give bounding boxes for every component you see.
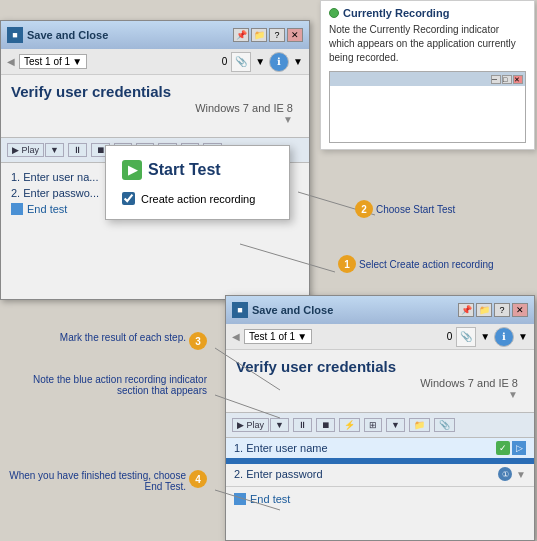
second-end-test-row: End test [226, 489, 534, 509]
second-more-1[interactable]: ⚡ [339, 418, 360, 432]
second-close-button[interactable]: ✕ [512, 303, 528, 317]
folder-button[interactable]: 📁 [251, 28, 267, 42]
chevron-icon: ▼ [11, 114, 299, 125]
second-pause[interactable]: ⏸ [293, 418, 312, 432]
callout-1-text: Select Create action recording [359, 259, 494, 270]
attach-button[interactable]: 📎 [231, 52, 251, 72]
start-icon: ▶ [122, 160, 142, 180]
step-1-flag[interactable]: ▷ [512, 441, 526, 455]
second-titlebar: ■ Save and Close 📌 📁 ? ✕ [226, 296, 534, 324]
second-end-icon [234, 493, 246, 505]
step-1-check[interactable]: ✓ [496, 441, 510, 455]
page-subtitle: Windows 7 and IE 8 [11, 102, 299, 114]
info-button[interactable]: ℹ [269, 52, 289, 72]
second-subtitle: Windows 7 and IE 8 [236, 377, 524, 389]
second-dropdown-icon: ▼ [297, 331, 307, 342]
second-play-button[interactable]: ▶ Play [232, 418, 269, 432]
preview-titlebar: ─ □ ✕ [330, 72, 525, 86]
second-nav-left[interactable]: ◀ [232, 331, 240, 342]
second-window-controls: 📌 📁 ? ✕ [458, 303, 528, 317]
callout-3-container: Mark the result of each step. 3 [0, 332, 215, 350]
callout-5-text: Note the blue action recording indicator… [0, 374, 207, 396]
main-titlebar: ■ Save and Close 📌 📁 ? ✕ [1, 21, 309, 49]
second-play-toolbar: ▶ Play ▼ ⏸ ⏹ ⚡ ⊞ ▼ 📁 📎 [226, 412, 534, 438]
callout-4-number: 4 [189, 470, 207, 488]
callout-3: Mark the result of each step. 3 [0, 332, 215, 350]
second-help-button[interactable]: ? [494, 303, 510, 317]
step-2-num[interactable]: ① [498, 467, 512, 481]
second-step-2: 2. Enter password ① ▼ [226, 464, 534, 484]
second-pin-button[interactable]: 📌 [458, 303, 474, 317]
preview-minimize: ─ [491, 75, 501, 84]
callout-4: When you have finished testing, choose E… [0, 470, 215, 492]
second-more-5[interactable]: 📎 [434, 418, 455, 432]
second-page-title: Verify user credentials [236, 358, 524, 375]
start-test-title: ▶ Start Test [122, 160, 273, 180]
end-test-icon [11, 203, 23, 215]
test-selector[interactable]: Test 1 of 1 ▼ [19, 54, 87, 69]
callout-1: 1 Select Create action recording [338, 255, 494, 273]
step-1-actions: ✓ ▷ [496, 441, 526, 455]
second-step-1: 1. Enter user name ✓ ▷ [226, 438, 534, 458]
dropdown-icon: ▼ [72, 56, 82, 67]
close-button[interactable]: ✕ [287, 28, 303, 42]
help-button[interactable]: ? [269, 28, 285, 42]
play-controls: ▶ Play ▼ [7, 143, 64, 157]
callout-3-number: 3 [189, 332, 207, 350]
create-recording-checkbox[interactable] [122, 192, 135, 205]
divider [226, 486, 534, 487]
callout-2: 2 Choose Start Test [355, 200, 455, 218]
main-window-title: Save and Close [27, 29, 229, 41]
recording-dot [329, 8, 339, 18]
second-toolbar: ◀ Test 1 of 1 ▼ 0 📎 ▼ ℹ ▼ [226, 324, 534, 350]
toolbar-right: 0 📎 ▼ ℹ ▼ [222, 52, 303, 72]
callout-4-text: When you have finished testing, choose E… [0, 470, 186, 492]
recording-header: Currently Recording [329, 7, 526, 19]
pin-button[interactable]: 📌 [233, 28, 249, 42]
second-folder-button[interactable]: 📁 [476, 303, 492, 317]
pause-button[interactable]: ⏸ [68, 143, 87, 157]
page-title: Verify user credentials [11, 83, 299, 100]
callout-3-text: Mark the result of each step. [60, 332, 186, 343]
recording-indicator: Currently Recording Note the Currently R… [320, 0, 535, 150]
second-end-test-label[interactable]: End test [250, 493, 290, 505]
second-dropdown-2: ▼ [480, 331, 490, 342]
second-window-title: Save and Close [252, 304, 454, 316]
callout-2-text: Choose Start Test [376, 204, 455, 215]
end-test-label[interactable]: End test [27, 203, 67, 215]
step-2-indicator: ① [498, 467, 512, 481]
nav-left-icon[interactable]: ◀ [7, 56, 15, 67]
second-attach[interactable]: 📎 [456, 327, 476, 347]
second-more-4[interactable]: 📁 [409, 418, 430, 432]
recording-preview: ─ □ ✕ [329, 71, 526, 143]
callout-5: Note the blue action recording indicator… [0, 374, 215, 396]
callout-4-container: When you have finished testing, choose E… [0, 470, 215, 492]
dropdown-icon-3: ▼ [293, 56, 303, 67]
recording-note: Note the Currently Recording indicator w… [329, 23, 526, 65]
create-recording-row: Create action recording [122, 192, 273, 205]
window-controls: 📌 📁 ? ✕ [233, 28, 303, 42]
callout-5-container: Note the blue action recording indicator… [0, 374, 215, 396]
second-more-2[interactable]: ⊞ [364, 418, 382, 432]
second-more-3[interactable]: ▼ [386, 418, 405, 432]
preview-close: ✕ [513, 75, 523, 84]
second-window: ■ Save and Close 📌 📁 ? ✕ ◀ Test 1 of 1 ▼… [225, 295, 535, 541]
second-chevron: ▼ [236, 389, 524, 400]
main-content: Verify user credentials Windows 7 and IE… [1, 75, 309, 133]
second-window-icon: ■ [232, 302, 248, 318]
second-stop[interactable]: ⏹ [316, 418, 335, 432]
play-button[interactable]: ▶ Play [7, 143, 44, 157]
second-play-dropdown[interactable]: ▼ [270, 418, 289, 432]
dropdown-icon-2: ▼ [255, 56, 265, 67]
window-icon: ■ [7, 27, 23, 43]
play-dropdown[interactable]: ▼ [45, 143, 64, 157]
start-test-popup: ▶ Start Test Create action recording [105, 145, 290, 220]
second-dropdown-3: ▼ [518, 331, 528, 342]
second-content: Verify user credentials Windows 7 and IE… [226, 350, 534, 408]
second-test-selector[interactable]: Test 1 of 1 ▼ [244, 329, 312, 344]
callout-2-number: 2 [355, 200, 373, 218]
step-2-arrow: ▼ [516, 469, 526, 480]
callout-1-number: 1 [338, 255, 356, 273]
second-info[interactable]: ℹ [494, 327, 514, 347]
main-toolbar: ◀ Test 1 of 1 ▼ 0 📎 ▼ ℹ ▼ [1, 49, 309, 75]
